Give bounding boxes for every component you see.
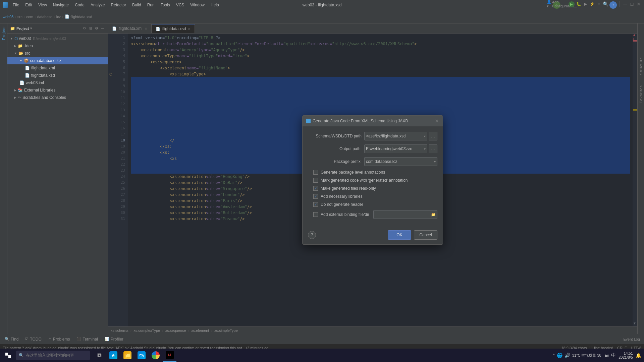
profile-dropdown[interactable]: 👤 ▾ xyxy=(546,1,552,7)
menu-help[interactable]: Help xyxy=(208,2,222,8)
taskbar-search-input[interactable] xyxy=(26,353,86,358)
tab-find[interactable]: 🔍 Find xyxy=(1,336,22,343)
tree-item-idea[interactable]: ▶ 📁 .idea xyxy=(7,42,108,50)
menu-run[interactable]: Run xyxy=(145,2,157,8)
tab-profiler[interactable]: 📊 Profiler xyxy=(101,336,127,343)
tab-problems[interactable]: ⚠ Problems xyxy=(45,336,73,343)
menu-window[interactable]: Window xyxy=(187,2,207,8)
checkbox-label-5: Do not generate header xyxy=(321,202,363,207)
checkbox-readonly[interactable] xyxy=(313,186,318,191)
tree-item-package[interactable]: ▼ 📦 com.database.lcz xyxy=(7,57,108,64)
package-select[interactable]: com.database.lcz ▾ xyxy=(364,157,437,166)
terminal-icon: ⬛ xyxy=(76,337,81,341)
event-log-link[interactable]: Event Log xyxy=(623,337,643,341)
system-tray: ^ 🌐 🔊 31°C 空气质量 38 En 中 xyxy=(553,352,616,358)
breadcrumb-project[interactable]: web03 xyxy=(3,15,13,19)
schema-select[interactable]: >ase/lcz/flightdata.xsd ▾ xyxy=(364,132,427,140)
dialog-close-button[interactable]: ✕ xyxy=(434,118,439,124)
tray-expand-icon[interactable]: ^ xyxy=(553,353,555,358)
taskbar-explorer[interactable]: 📁 xyxy=(121,349,134,362)
collapse-icon[interactable]: ⊟ xyxy=(88,26,93,31)
checkbox-no-header[interactable] xyxy=(313,202,318,207)
menu-code[interactable]: Code xyxy=(72,2,87,8)
debug-btn[interactable]: 🐛 xyxy=(576,1,581,7)
tab-terminal[interactable]: ⬛ Terminal xyxy=(73,336,101,343)
help-button[interactable]: ? xyxy=(308,231,316,239)
ok-button[interactable]: OK xyxy=(388,230,411,240)
taskbar-taskview[interactable]: ⧉ xyxy=(93,349,106,362)
menu-build[interactable]: Build xyxy=(129,2,144,8)
status-sequence[interactable]: xs:sequence xyxy=(165,328,186,333)
taskbar-edge[interactable]: e xyxy=(107,349,120,362)
run-coverage-btn[interactable]: ▶ xyxy=(583,1,588,7)
menu-analyze[interactable]: Analyze xyxy=(88,2,108,8)
tree-item-src[interactable]: ▼ 📂 src xyxy=(7,50,108,57)
add-configuration-btn[interactable]: Add Configuration... xyxy=(562,1,567,7)
breadcrumb-src[interactable]: src xyxy=(17,15,22,19)
problems-tab-label: Problems xyxy=(53,337,70,342)
minimize-panel-icon[interactable]: ─ xyxy=(100,26,105,31)
notification-center-icon[interactable]: 🔔 xyxy=(636,353,641,358)
menu-refactor[interactable]: Refactor xyxy=(108,2,129,8)
menu-view[interactable]: View xyxy=(36,2,50,8)
start-button[interactable] xyxy=(0,349,16,362)
tree-item-xml[interactable]: 📄 flightdata.xml xyxy=(7,64,108,72)
update-btn[interactable]: ↑ xyxy=(609,1,617,9)
tree-item-scratches[interactable]: ▶ ✏ Scratches and Consoles xyxy=(7,94,108,101)
breadcrumb-file[interactable]: 📄 flightdata.xsd xyxy=(65,14,92,19)
minimize-btn[interactable]: ─ xyxy=(623,1,628,7)
taskbar-store[interactable]: 🛍 xyxy=(135,349,148,362)
tab-close-xml[interactable]: ✕ xyxy=(145,27,147,31)
search-btn[interactable]: 🔍 xyxy=(603,1,608,7)
menu-tools[interactable]: Tools xyxy=(158,2,173,8)
taskbar-chrome[interactable] xyxy=(149,349,162,362)
taskbar-intellij[interactable]: IJ xyxy=(163,349,176,362)
menu-navigate[interactable]: Navigate xyxy=(50,2,71,8)
profile-btn[interactable]: ⚡ xyxy=(589,1,595,7)
xml-tab-icon: 📄 xyxy=(112,26,117,31)
settings-icon[interactable]: ⚙ xyxy=(94,26,99,31)
menu-edit[interactable]: Edit xyxy=(22,2,35,8)
output-select[interactable]: E:\weblearning\web03\src ▾ xyxy=(364,144,427,153)
project-panel-label[interactable]: Project xyxy=(2,26,6,40)
checkbox-generated-annotation[interactable] xyxy=(313,178,318,183)
more-actions-btn[interactable]: ≡ xyxy=(596,1,601,7)
output-browse-btn[interactable]: … xyxy=(429,144,437,153)
dropdown-icon: ▾ xyxy=(30,26,32,30)
sidebar-actions: ⟳ ⊟ ⚙ ─ xyxy=(82,26,105,31)
checkbox-ext-binding[interactable] xyxy=(313,212,318,217)
status-element[interactable]: xs:element xyxy=(191,328,209,333)
tab-flightdata-xsd[interactable]: 📄 flightdata.xsd ✕ xyxy=(152,24,195,33)
favorites-panel-label[interactable]: Favorites xyxy=(639,85,643,103)
system-clock[interactable]: 14:51 2021/8/5 xyxy=(619,351,633,359)
menu-vcs[interactable]: VCS xyxy=(173,2,187,8)
structure-panel-label[interactable]: Structure xyxy=(639,57,643,75)
schema-label: Schema/WSDL/DTD path xyxy=(308,134,362,138)
tree-item-xsd[interactable]: 📄 flightdata.xsd xyxy=(7,72,108,79)
run-btn[interactable]: ▶ xyxy=(569,1,575,7)
tree-item-extlibs[interactable]: ▶ 📚 External Libraries xyxy=(7,86,108,94)
tab-todo[interactable]: ☑ TODO xyxy=(22,336,45,343)
breadcrumb-database[interactable]: database xyxy=(37,15,52,19)
breadcrumb-com[interactable]: com xyxy=(26,15,33,19)
cancel-button[interactable]: Cancel xyxy=(414,230,437,240)
maximize-btn[interactable]: □ xyxy=(629,1,635,7)
breadcrumb-lcz[interactable]: lcz xyxy=(56,15,61,19)
status-schema[interactable]: xs:schema xyxy=(111,328,128,333)
taskbar-right: ^ 🌐 🔊 31°C 空气质量 38 En 中 14:51 2021/8/5 🔔 xyxy=(553,351,644,359)
taskbar-search[interactable]: 🔍 xyxy=(16,351,90,360)
tree-item-iml[interactable]: 📄 web03.iml xyxy=(7,79,108,86)
sep3: › xyxy=(188,328,190,333)
sync-icon[interactable]: ⟳ xyxy=(82,26,87,31)
tab-close-xsd[interactable]: ✕ xyxy=(188,27,191,31)
status-simpletype[interactable]: xs:simpleType xyxy=(214,328,238,333)
checkbox-pkg-annotations[interactable] xyxy=(313,170,318,175)
status-complextype[interactable]: xs:complexType xyxy=(133,328,160,333)
schema-browse-btn[interactable]: … xyxy=(429,132,437,140)
tree-item-web03[interactable]: ▼ ⬡ web03 E:\weblearning\web03 xyxy=(7,35,108,42)
tab-flightdata-xml[interactable]: 📄 flightdata.xml ✕ xyxy=(108,24,152,33)
close-btn[interactable]: ✕ xyxy=(636,1,641,7)
ext-binding-input[interactable]: 📁 xyxy=(373,210,437,219)
menu-file[interactable]: File xyxy=(10,2,22,8)
checkbox-add-libraries[interactable] xyxy=(313,194,318,199)
